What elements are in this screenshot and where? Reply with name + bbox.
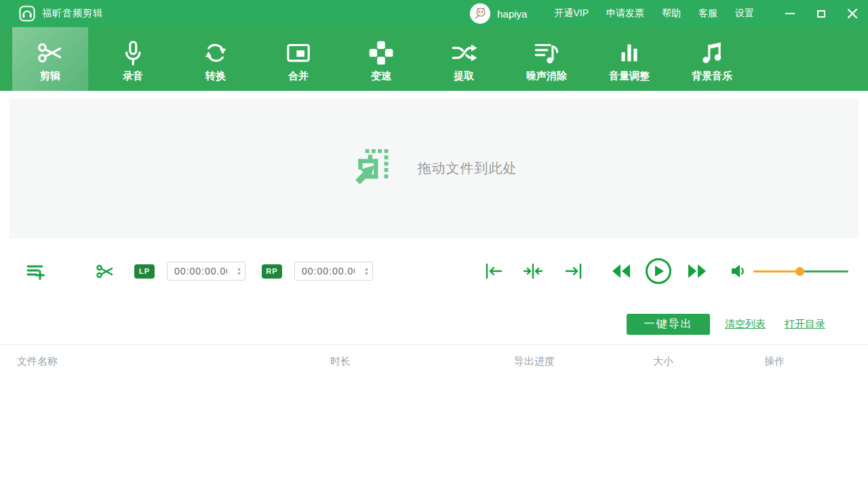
- file-table-header: 文件名称 时长 导出进度 大小 操作: [0, 344, 868, 376]
- app-branding: 福昕音频剪辑: [0, 5, 103, 22]
- titlebar: 福昕音频剪辑 hapiya 开通VIP 申请发票 帮助 客服 设置: [0, 0, 868, 27]
- jump-end-icon: [564, 263, 583, 279]
- tab-merge[interactable]: 合并: [260, 27, 336, 91]
- rp-spinner: ▲ ▼: [364, 262, 369, 280]
- ribbon: 剪辑 录音 转换 合并: [0, 27, 868, 91]
- maximize-button[interactable]: [806, 0, 837, 27]
- tab-label: 变速: [371, 70, 391, 83]
- tab-label: 音量调整: [609, 70, 650, 83]
- spinner-up-icon[interactable]: ▲: [237, 266, 241, 271]
- right-point-badge[interactable]: RP: [262, 264, 282, 279]
- jump-to-cursor-button[interactable]: [524, 263, 542, 279]
- left-point-time-box: ▲ ▼: [167, 262, 245, 281]
- rewind-icon: [612, 264, 631, 279]
- avatar[interactable]: [470, 3, 490, 24]
- drag-drop-icon: [351, 148, 391, 190]
- scissors-icon: [36, 37, 64, 68]
- right-point-time-box: ▲ ▼: [294, 262, 373, 281]
- right-point-time-input[interactable]: [295, 266, 355, 277]
- column-header-duration: 时长: [330, 355, 351, 368]
- file-table-body: [0, 376, 868, 488]
- minimize-button[interactable]: [774, 0, 806, 27]
- scissors-icon: [96, 262, 114, 281]
- tab-label: 提取: [454, 70, 474, 83]
- music-note-icon: [698, 37, 726, 68]
- username[interactable]: hapiya: [497, 8, 527, 20]
- column-header-action: 操作: [764, 355, 785, 368]
- titlebar-right: hapiya 开通VIP 申请发票 帮助 客服 设置: [470, 0, 868, 27]
- column-header-filename: 文件名称: [17, 355, 58, 368]
- maximize-icon: [817, 10, 825, 18]
- mute-button[interactable]: [731, 264, 746, 279]
- tab-extract[interactable]: 提取: [426, 27, 502, 91]
- speed-pad-icon: [367, 37, 395, 68]
- menu-open-vip[interactable]: 开通VIP: [554, 7, 589, 20]
- volume-slider-fill: [753, 270, 800, 272]
- jump-to-end-button[interactable]: [564, 263, 583, 279]
- app-logo-headphone-icon: [19, 5, 35, 22]
- bar-chart-icon: [615, 37, 644, 68]
- play-icon: [655, 266, 665, 277]
- cut-button[interactable]: [96, 262, 114, 281]
- volume-slider-thumb[interactable]: [795, 267, 804, 276]
- menu-help[interactable]: 帮助: [662, 7, 681, 20]
- close-button[interactable]: [837, 0, 868, 27]
- export-all-button[interactable]: 一键导出: [627, 314, 710, 335]
- tab-convert[interactable]: 转换: [178, 27, 254, 91]
- tab-label: 录音: [123, 70, 143, 83]
- clear-list-link[interactable]: 清空列表: [725, 318, 766, 331]
- add-to-list-icon: [26, 262, 45, 281]
- left-point-badge[interactable]: LP: [134, 264, 155, 279]
- file-drop-zone[interactable]: 拖动文件到此处: [9, 98, 859, 239]
- fast-forward-icon: [688, 264, 707, 279]
- spinner-down-icon[interactable]: ▼: [364, 271, 369, 276]
- playlist-note-icon: [532, 37, 561, 68]
- play-button[interactable]: [646, 258, 671, 284]
- fast-forward-button[interactable]: [688, 264, 707, 279]
- tab-label: 背景音乐: [692, 70, 732, 83]
- column-header-export-progress: 导出进度: [514, 355, 555, 368]
- merge-icon: [284, 37, 313, 68]
- tab-label: 噪声消除: [526, 70, 567, 83]
- speaker-icon: [731, 264, 746, 279]
- tab-label: 合并: [288, 70, 309, 83]
- menu-support[interactable]: 客服: [698, 7, 717, 20]
- app-title: 福昕音频剪辑: [42, 7, 103, 20]
- jump-center-icon: [524, 263, 542, 279]
- minimize-icon: [785, 13, 795, 14]
- microphone-icon: [119, 37, 147, 68]
- export-row: 一键导出 清空列表 打开目录: [0, 304, 868, 344]
- tab-volume-adjust[interactable]: 音量调整: [591, 27, 667, 91]
- drop-hint-text: 拖动文件到此处: [418, 159, 517, 178]
- tab-label: 剪辑: [40, 70, 60, 83]
- jump-start-icon: [484, 263, 503, 279]
- spinner-up-icon[interactable]: ▲: [364, 266, 369, 271]
- lp-spinner: ▲ ▼: [237, 262, 241, 280]
- menu-invoice[interactable]: 申请发票: [606, 7, 644, 20]
- tab-record[interactable]: 录音: [95, 27, 171, 91]
- tab-denoise[interactable]: 噪声消除: [509, 27, 585, 91]
- tab-speed[interactable]: 变速: [343, 27, 419, 91]
- convert-arrows-icon: [201, 37, 230, 68]
- shuffle-icon: [450, 37, 478, 68]
- menu-settings[interactable]: 设置: [735, 7, 754, 20]
- tab-label: 转换: [205, 70, 226, 83]
- window-controls: [774, 0, 868, 27]
- close-icon: [848, 9, 857, 18]
- spinner-down-icon[interactable]: ▼: [237, 271, 241, 276]
- control-bar: LP ▲ ▼ RP ▲ ▼: [0, 239, 868, 304]
- open-folder-link[interactable]: 打开目录: [785, 318, 825, 331]
- jump-to-start-button[interactable]: [484, 263, 503, 279]
- column-header-size: 大小: [653, 355, 673, 368]
- rewind-button[interactable]: [612, 264, 631, 279]
- tab-background-music[interactable]: 背景音乐: [674, 27, 750, 91]
- volume-slider[interactable]: [753, 266, 848, 276]
- add-to-list-button[interactable]: [26, 262, 45, 281]
- tab-clip[interactable]: 剪辑: [12, 27, 88, 91]
- left-point-time-input[interactable]: [167, 266, 227, 277]
